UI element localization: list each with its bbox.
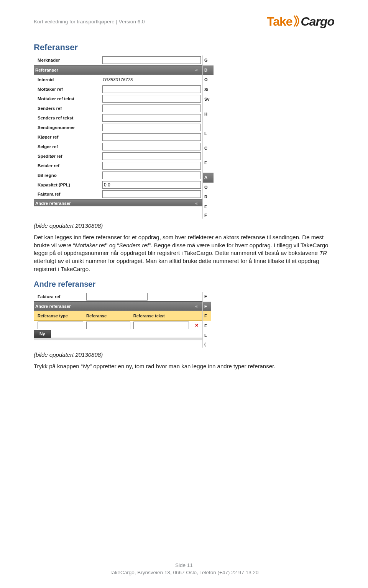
right-column-stub: G D O St Sv H L C F A O R F F	[202, 56, 214, 219]
label-senders-ref-tekst: Senders ref tekst	[34, 113, 101, 122]
right-column-stub-2: F F F F L (	[202, 292, 211, 348]
collapse-icon[interactable]: «	[196, 201, 201, 206]
section-header-label: Andre referanser	[35, 304, 71, 309]
logo-swish-icon	[293, 15, 300, 28]
label-betaler-ref: Betaler ref	[34, 161, 101, 170]
label-kjoper-ref: Kjøper ref	[34, 132, 101, 142]
logo: Take Cargo	[267, 15, 334, 29]
input-faktura-ref-2[interactable]	[86, 293, 148, 301]
caption-andre-referanser: (bilde oppdatert 20130808)	[34, 351, 334, 358]
col-header-tekst: Referanse tekst	[132, 311, 191, 320]
collapse-icon[interactable]: «	[196, 304, 201, 309]
input-betaler-ref[interactable]	[102, 162, 201, 170]
section-header-andre-label: Andre referanser	[35, 201, 71, 206]
stub-cell: F	[203, 302, 211, 312]
stub-cell: L	[203, 124, 214, 144]
input-ref-type[interactable]	[38, 322, 83, 329]
caption-referanser: (bilde oppdatert 20130808)	[34, 222, 334, 229]
input-bil-regno[interactable]	[102, 172, 201, 179]
logo-take: Take	[267, 15, 292, 29]
delete-row-icon[interactable]: ✕	[191, 320, 202, 330]
input-mottaker-ref-tekst[interactable]	[102, 95, 201, 103]
body-text-referanser: Det kan legges inn flere referanser for …	[34, 234, 334, 273]
col-header-type: Referanse type	[34, 311, 85, 320]
label-speditor-ref: Speditør ref	[34, 151, 101, 161]
input-kjoper-ref[interactable]	[102, 133, 201, 141]
stub-cell: F	[203, 321, 211, 331]
input-speditor-ref[interactable]	[102, 152, 201, 160]
input-merknader[interactable]	[102, 56, 201, 64]
collapse-icon[interactable]: «	[196, 68, 201, 72]
stub-cell: C	[203, 144, 214, 154]
value-internid: TR3530176775	[101, 75, 202, 84]
footer-address: TakeCargo, Brynsveien 13, 0667 Oslo, Tel…	[0, 569, 368, 577]
input-ref-value[interactable]	[86, 322, 130, 329]
logo-cargo: Cargo	[301, 15, 334, 29]
label-faktura-ref: Faktura ref	[34, 189, 101, 199]
input-senders-ref-tekst[interactable]	[102, 114, 201, 122]
stub-cell: D	[203, 65, 214, 75]
page-footer: Side 11 TakeCargo, Brynsveien 13, 0667 O…	[0, 562, 368, 577]
section-title-andre-referanser: Andre referanser	[34, 280, 334, 289]
input-sendingsnummer[interactable]	[102, 124, 201, 131]
screenshot-referanser: Merknader Referanser « Internid TR353017…	[34, 56, 334, 219]
label-merknader: Merknader	[34, 56, 101, 65]
footer-page-number: Side 11	[0, 562, 368, 569]
label-senders-ref: Senders ref	[34, 103, 101, 113]
stub-cell: St	[203, 85, 214, 95]
label-internid: Internid	[34, 75, 101, 84]
section-header-referanser[interactable]: Referanser «	[34, 65, 202, 75]
input-senders-ref[interactable]	[102, 105, 201, 112]
stub-cell: Sv	[203, 95, 214, 105]
input-selger-ref[interactable]	[102, 143, 201, 150]
stub-cell: F	[203, 292, 211, 302]
screenshot-andre-referanser: Faktura ref Andre referanser « Referanse…	[34, 292, 334, 348]
input-faktura-ref[interactable]	[102, 190, 201, 198]
section-header-andre-referanser[interactable]: Andre referanser «	[34, 301, 202, 311]
input-kapasitet-ppl[interactable]	[102, 181, 201, 189]
stub-cell: F	[203, 153, 214, 173]
stub-cell: G	[203, 56, 214, 65]
stub-cell: O	[203, 75, 214, 85]
label-faktura-ref-2: Faktura ref	[34, 292, 85, 301]
stub-cell: A	[203, 173, 214, 183]
label-selger-ref: Selger ref	[34, 142, 101, 151]
input-ref-text[interactable]	[133, 322, 189, 329]
body-text-andre-referanser: Trykk på knappen “Ny” oppretter en ny, t…	[34, 363, 334, 371]
label-sendingsnummer: Sendingsnummer	[34, 122, 101, 132]
stub-cell: R	[203, 192, 214, 202]
section-header-label: Referanser	[35, 68, 58, 72]
doc-header-text: Kort veiledning for transportkjøpere | V…	[34, 19, 145, 24]
section-title-referanser: Referanser	[34, 42, 334, 52]
stub-cell: O	[203, 183, 214, 193]
label-bil-regno: Bil regno	[34, 170, 101, 180]
stub-cell: L	[203, 331, 211, 341]
label-kapasitet-ppl: Kapasitet (PPL)	[34, 180, 101, 189]
stub-cell: H	[203, 105, 214, 124]
label-mottaker-ref: Mottaker ref	[34, 84, 101, 94]
section-header-andre-referanser-collapsed[interactable]: Andre referanser «	[34, 199, 202, 206]
stub-cell: F	[203, 311, 211, 321]
stub-cell: F	[203, 212, 214, 219]
stub-cell: (	[203, 341, 211, 348]
stub-cell: F	[203, 202, 214, 212]
ny-button[interactable]: Ny	[34, 330, 51, 338]
col-header-referanse: Referanse	[85, 311, 132, 320]
input-mottaker-ref[interactable]	[102, 85, 201, 93]
label-mottaker-ref-tekst: Mottaker ref tekst	[34, 94, 101, 103]
